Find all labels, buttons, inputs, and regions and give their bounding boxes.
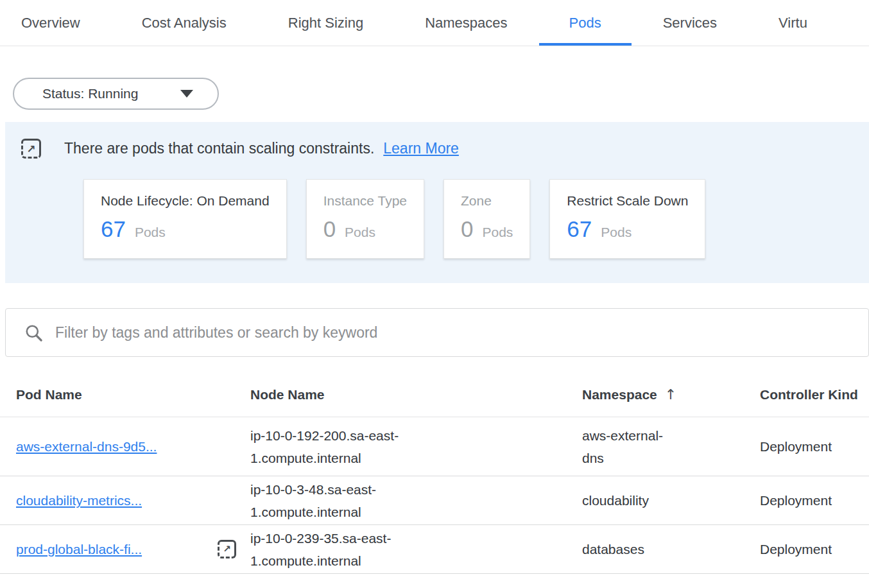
tab-right-sizing[interactable]: Right Sizing — [288, 0, 363, 46]
search-input[interactable] — [55, 324, 868, 342]
tab-pods[interactable]: Pods — [569, 0, 601, 46]
tab-cost-analysis[interactable]: Cost Analysis — [142, 0, 227, 46]
tab-namespaces[interactable]: Namespaces — [425, 0, 507, 46]
card-unit: Pods — [601, 225, 632, 240]
node-name-cell: ip-10-0-192-200.sa-east-1.compute.intern… — [250, 424, 582, 469]
card-title: Node Lifecycle: On Demand — [101, 193, 270, 209]
tab-services[interactable]: Services — [663, 0, 717, 46]
table-row: aws-external-dns-9d5... ip-10-0-192-200.… — [0, 417, 869, 476]
card-zone[interactable]: Zone 0 Pods — [443, 179, 530, 259]
column-header-pod-name[interactable]: Pod Name — [16, 387, 250, 402]
sort-ascending-icon: ↑ — [665, 386, 676, 402]
card-value: 0 — [461, 216, 473, 242]
status-filter-dropdown[interactable]: Status: Running — [13, 78, 219, 110]
card-unit: Pods — [345, 225, 375, 240]
card-value: 0 — [323, 216, 336, 242]
pod-name-link[interactable]: aws-external-dns-9d5... — [16, 435, 157, 458]
card-instance-type[interactable]: Instance Type 0 Pods — [306, 179, 424, 259]
card-restrict-scale-down[interactable]: Restrict Scale Down 67 Pods — [549, 179, 705, 259]
tab-overview[interactable]: Overview — [21, 0, 80, 46]
controller-kind-cell: Deployment — [760, 489, 869, 512]
banner-message: There are pods that contain scaling cons… — [64, 140, 374, 157]
pod-name-link[interactable]: cloudability-metrics... — [16, 489, 142, 512]
namespace-cell: cloudability — [582, 489, 760, 512]
node-name-cell: ip-10-0-239-35.sa-east-1.compute.interna… — [250, 527, 582, 572]
namespace-cell: aws-external-dns — [582, 424, 760, 469]
node-name-cell: ip-10-0-3-48.sa-east-1.compute.internal — [250, 478, 582, 523]
namespace-cell: databases — [582, 538, 760, 560]
scaling-constraints-banner: ↗ There are pods that contain scaling co… — [5, 122, 869, 283]
tab-bar: Overview Cost Analysis Right Sizing Name… — [0, 0, 869, 46]
column-header-controller-kind[interactable]: Controller Kind — [760, 387, 869, 402]
table-row: cloudability-metrics... ip-10-0-3-48.sa-… — [0, 476, 869, 525]
card-unit: Pods — [135, 225, 166, 240]
card-title: Restrict Scale Down — [567, 193, 688, 209]
column-header-node-name[interactable]: Node Name — [250, 387, 582, 402]
search-icon — [24, 323, 44, 343]
pod-name-link[interactable]: prod-global-black-fi... — [16, 538, 142, 560]
column-header-namespace[interactable]: Namespace ↑ — [582, 386, 760, 402]
chevron-down-icon — [180, 90, 193, 98]
pods-table: Pod Name Node Name Namespace ↑ Controlle… — [0, 357, 869, 574]
card-title: Instance Type — [323, 193, 407, 209]
card-node-lifecycle[interactable]: Node Lifecycle: On Demand 67 Pods — [83, 179, 287, 259]
learn-more-link[interactable]: Learn More — [383, 140, 459, 157]
constraint-cards: Node Lifecycle: On Demand 67 Pods Instan… — [83, 179, 869, 259]
scale-out-icon: ↗ — [218, 540, 236, 558]
status-filter-label: Status: Running — [42, 86, 138, 101]
controller-kind-cell: Deployment — [760, 435, 869, 458]
card-title: Zone — [461, 193, 513, 209]
filter-search-bar — [5, 308, 869, 357]
card-unit: Pods — [482, 225, 513, 240]
table-row: prod-global-black-fi... ↗ ip-10-0-239-35… — [0, 525, 869, 574]
banner-header: ↗ There are pods that contain scaling co… — [21, 139, 869, 159]
card-value: 67 — [101, 216, 126, 242]
table-header: Pod Name Node Name Namespace ↑ Controlle… — [0, 357, 869, 417]
controller-kind-cell: Deployment — [760, 538, 869, 560]
card-value: 67 — [567, 216, 592, 242]
tab-virtual[interactable]: Virtu — [779, 0, 807, 46]
scale-out-icon: ↗ — [21, 139, 41, 159]
